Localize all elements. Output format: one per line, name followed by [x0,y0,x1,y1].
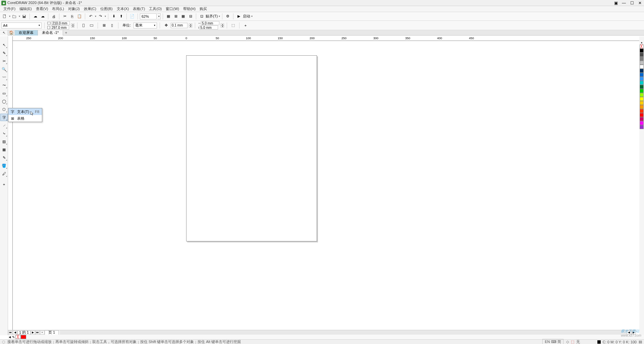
launch-icon[interactable]: ▶ [235,13,242,20]
color-red-orange[interactable] [640,109,644,113]
palette-menu-icon[interactable]: ▤ [639,340,642,344]
cut-button[interactable]: ✂ [61,13,68,20]
ellipse-tool[interactable]: ◯ [0,98,8,105]
redo-button[interactable]: ↷ [97,13,104,20]
color-dark-green[interactable] [640,85,644,89]
color-purple[interactable] [640,125,644,129]
color-white[interactable] [640,65,644,69]
freehand-tool[interactable]: 〰 [0,73,8,81]
snap-dropdown[interactable]: ▾ [219,15,220,18]
menu-table[interactable]: 表格(T) [131,6,147,11]
menu-effects[interactable]: 效果(C) [82,6,98,11]
undo-dropdown[interactable]: ▾ [95,15,96,18]
color-eyedropper-tool[interactable]: ✎ [0,154,8,161]
rulers-button[interactable]: ⊞ [172,13,179,20]
add-preset-button[interactable]: + [242,22,249,29]
snap-off-button[interactable]: ⊡ [198,13,205,20]
page-add[interactable]: + [40,331,45,335]
copy-button[interactable]: ⎘ [69,13,75,20]
zoom-dropdown[interactable]: ▾ [157,13,161,19]
open-dropdown[interactable]: ▾ [19,15,20,18]
color-light-blue[interactable] [640,77,644,81]
color-pink[interactable] [640,121,644,125]
menu-buy[interactable]: 购买 [198,6,209,11]
parallel-dimension-tool[interactable]: ⟋ [0,122,8,129]
save-button[interactable] [21,13,28,20]
color-navy[interactable] [640,69,644,73]
print-button[interactable]: 🖨 [50,13,57,20]
color-black[interactable] [640,49,644,53]
nudge-input[interactable] [171,23,187,28]
undo-button[interactable]: ↶ [87,13,94,20]
unit-select[interactable]: 毫米 ▾ [133,22,157,28]
launch-dropdown[interactable]: ▾ [251,15,253,18]
zoom-level[interactable]: 62% [140,13,157,19]
palette-up[interactable]: ▴ [641,41,642,44]
launch-label[interactable]: 启动 [243,14,250,19]
menu-file[interactable]: 文件(F) [1,6,17,11]
eyedropper-icon[interactable]: ✎ [12,335,15,339]
polygon-tool[interactable]: ⬡ [0,106,8,113]
add-document-button[interactable]: + [63,31,69,35]
welcome-tab[interactable]: 欢迎屏幕 [15,30,38,36]
pick-tool[interactable]: ↖ [0,41,8,49]
menu-edit[interactable]: 编辑(E) [17,6,34,11]
new-button[interactable] [1,13,8,20]
interactive-fill-tool[interactable]: 🪣 [0,162,8,169]
flyout-text-tool[interactable]: 字 文本(T) F8 [8,108,42,115]
portrait-button[interactable] [80,22,87,29]
horizontal-scrollbar[interactable] [60,331,627,335]
document-tab-1[interactable]: 未命名 -1* [38,30,63,36]
flyout-table-tool[interactable]: ⊞ 表格 [8,115,42,122]
page-last[interactable]: ⏭ [35,331,40,335]
fill-indicator-icon[interactable]: ◇ [566,340,569,344]
snap-label[interactable]: 贴齐(T) [206,14,218,19]
transparency-tool[interactable]: ▦ [0,146,8,153]
color-gray[interactable] [640,57,644,61]
color-lime[interactable] [640,93,644,97]
minimize-button[interactable]: — [621,1,627,5]
page-first[interactable]: ⏮ [8,331,13,335]
color-yellow[interactable] [640,97,644,101]
paste-button[interactable]: 📋 [76,13,83,20]
menu-view[interactable]: 查看(V) [34,6,50,11]
grid-button[interactable]: ▦ [180,13,186,20]
help-icon[interactable]: ▣ [613,1,619,5]
artistic-media-tool[interactable]: 〜 [0,81,8,89]
page-canvas[interactable] [186,55,317,241]
palette-left[interactable]: ◀ [9,336,11,339]
color-dark-gray[interactable] [640,53,644,57]
nudge-down[interactable]: ▾ [189,25,192,27]
page-next[interactable]: ▶ [31,331,35,335]
maximize-button[interactable]: ☐ [629,1,635,5]
home-tab-icon[interactable]: 🏠 [8,30,15,36]
menu-help[interactable]: 帮助(H) [181,6,198,11]
import-button[interactable]: ⬇ [110,13,117,20]
color-swatch-indicator[interactable] [597,340,601,344]
dup-x-input[interactable] [201,21,219,25]
page-height-input[interactable] [51,25,69,30]
current-page-button[interactable]: ▯ [109,22,115,29]
dup-y-input[interactable] [200,25,218,30]
outline-indicator-icon[interactable]: ⬚ [571,340,574,344]
page-tab-1[interactable]: 页 1 [45,330,59,335]
menu-tools[interactable]: 工具(O) [147,6,164,11]
drop-shadow-tool[interactable]: ▨ [0,138,8,145]
color-blue[interactable] [640,73,644,77]
cloud-up-button[interactable]: ☁ [32,13,39,20]
page-prev[interactable]: ◀ [13,331,17,335]
color-gold[interactable] [640,101,644,105]
open-button[interactable] [11,13,18,20]
landscape-button[interactable] [88,22,95,29]
pick-tool-tab[interactable]: ↖ [3,31,5,35]
color-orange[interactable] [640,105,644,109]
dim-down[interactable]: ▾ [71,25,74,27]
cloud-down-button[interactable]: ☁ [39,13,46,20]
treat-as-filled-button[interactable]: ⬚ [230,22,236,29]
outline-tool[interactable]: 🖊 [0,170,8,177]
menu-object[interactable]: 对象(J) [66,6,82,11]
page-width-input[interactable] [51,21,70,25]
text-tool[interactable]: 字 [0,114,8,121]
close-button[interactable]: ✕ [637,1,643,5]
color-light-gray[interactable] [640,61,644,65]
